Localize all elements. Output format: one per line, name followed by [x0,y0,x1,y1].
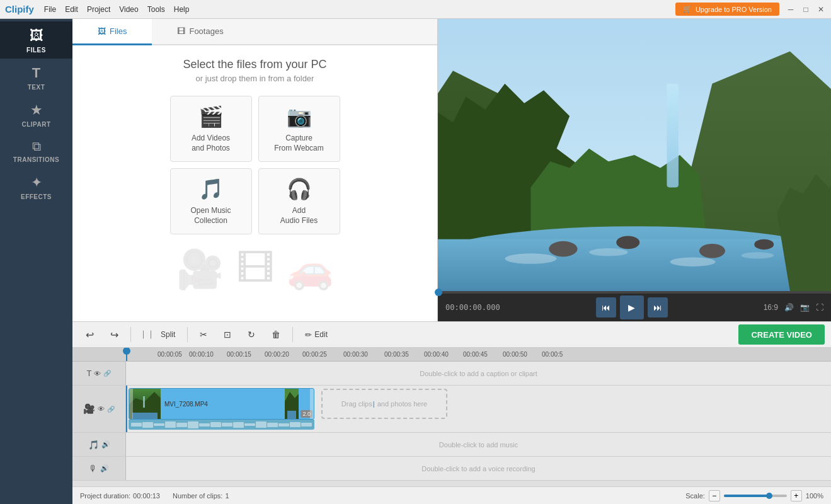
redo-button[interactable]: ↪ [103,326,125,343]
add-videos-button[interactable]: 🎬 Add Videosand Photos [170,96,252,162]
upgrade-button[interactable]: 🛒 Upgrade to PRO Version [675,3,779,16]
add-audio-button[interactable]: 🎧 AddAudio Files [258,168,340,234]
link-icon[interactable]: 🔗 [103,370,111,377]
screenshot-icon[interactable]: 📷 [800,303,810,312]
tab-files[interactable]: 🖼 Files [72,19,152,45]
video-info-right: 16:9 🔊 📷 ⛶ [764,303,823,312]
video-display [438,19,831,291]
create-video-button[interactable]: CREATE VIDEO [738,324,825,345]
menu-tools[interactable]: Tools [147,5,165,14]
video-clip[interactable]: MVI_7208.MP4 2.0 [129,388,314,420]
video-progress-handle[interactable] [435,289,442,296]
ruler-tick-2: 00:00:10 [189,351,214,358]
rotate-button[interactable]: ↻ [241,326,262,343]
menu-edit[interactable]: Edit [65,5,78,14]
create-video-label: CREATE VIDEO [751,330,812,340]
scale-plus-button[interactable]: + [791,490,802,501]
minimize-button[interactable]: ─ [786,4,796,14]
sidebar-item-effects[interactable]: ✦ EFFECTS [0,168,72,205]
undo-button[interactable]: ↩ [79,326,101,343]
crop-button[interactable]: ⊡ [217,326,238,343]
files-tab-label: Files [110,26,127,36]
scale-control: Scale: − + 100% [685,490,823,501]
timeline: 00:00:05 00:00:10 00:00:15 00:00:20 00:0… [72,348,831,486]
scene-svg [438,19,831,291]
music-hint: Double-click to add music [439,441,518,449]
svg-point-9 [589,248,628,256]
file-buttons-grid: 🎬 Add Videosand Photos 📷 CaptureFrom Web… [170,96,340,234]
sidebar-item-transitions[interactable]: ⧉ TRANSITIONS [0,133,72,168]
play-button[interactable]: ▶ [620,295,644,319]
edit-button[interactable]: ✏ Edit [298,326,335,343]
svg-point-13 [616,236,639,249]
prev-icon: ⏮ [602,302,610,312]
open-music-button[interactable]: 🎵 Open MusicCollection [170,168,252,234]
capture-webcam-icon: 📷 [287,105,312,129]
video-progress-bar[interactable] [438,291,831,294]
fullscreen-icon[interactable]: ⛶ [816,303,823,312]
volume-icon[interactable]: 🔊 [784,303,794,312]
menu-project[interactable]: Project [87,5,110,14]
svg-rect-23 [287,411,296,419]
scale-slider-thumb[interactable] [766,493,772,499]
caption-track-area[interactable]: Double-click to add a caption or clipart [126,362,831,385]
clip-thumbnail [129,389,161,419]
menu-help[interactable]: Help [174,5,190,14]
music-volume-icon[interactable]: 🔊 [101,440,110,449]
menu-file[interactable]: File [44,5,56,14]
cut-icon: ✂ [200,329,207,340]
video-eye-icon[interactable]: 👁 [98,405,105,413]
voice-track-area[interactable]: Double-click to add a voice recording [126,457,831,480]
capture-webcam-button[interactable]: 📷 CaptureFrom Webcam [258,96,340,162]
scale-slider[interactable] [724,495,787,497]
clip-thumb-end [285,389,299,419]
svg-point-14 [699,244,725,258]
sidebar-item-files[interactable]: 🖼 FILES [0,21,72,59]
music-track-area[interactable]: Double-click to add music [126,433,831,456]
close-button[interactable]: ✕ [816,4,826,14]
maximize-button[interactable]: □ [801,4,811,14]
text-track-icon: T [87,369,92,378]
clip-handle-left[interactable] [129,389,133,419]
video-controls-bar: 00:00:00.000 ⏮ ▶ ⏭ 16:9 [438,294,831,321]
video-scene [438,19,831,291]
svg-point-12 [549,241,577,257]
add-audio-icon: 🎧 [287,177,312,201]
menu-video[interactable]: Video [119,5,138,14]
video-link-icon[interactable]: 🔗 [107,406,115,413]
ruler-tick-5: 00:00:25 [302,351,327,358]
ruler-tick-4: 00:00:20 [265,351,289,358]
clip-handle-right[interactable] [310,389,314,419]
cut-button[interactable]: ✂ [193,326,214,343]
redo-icon: ↪ [110,329,118,341]
placeholder-car-icon: 🚗 [287,247,334,292]
scale-slider-fill [724,495,768,497]
titlebar: Clipify File Edit Project Video Tools He… [0,0,831,19]
drag-hint-text: Drag clips [341,400,372,408]
crop-icon: ⊡ [224,329,231,340]
files-panel: 🖼 Files 🎞 Footages Select the files from… [72,19,438,321]
sidebar-item-text[interactable]: T TEXT [0,59,72,96]
drag-drop-zone[interactable]: Drag clips | and photos here [321,389,447,419]
delete-button[interactable]: 🗑 [265,326,287,343]
eye-icon[interactable]: 👁 [94,370,101,377]
scale-minus-button[interactable]: − [709,490,720,501]
mic-icon: 🎙 [89,464,98,474]
placeholder-camera-icon: 🎥 [176,247,224,292]
next-frame-button[interactable]: ⏭ [648,297,668,318]
svg-point-10 [670,258,716,266]
scale-percentage: 100% [806,492,823,500]
svg-rect-5 [667,84,679,188]
split-button[interactable]: ⎸⎸ Split [136,326,182,343]
prev-frame-button[interactable]: ⏮ [596,297,616,318]
playhead-marker [126,348,127,361]
caption-track-row: T 👁 🔗 Double-click to add a caption or c… [72,362,831,386]
open-music-icon: 🎵 [198,177,224,201]
tab-footages[interactable]: 🎞 Footages [152,19,248,45]
clips-label: Number of clips: [173,492,222,500]
capture-webcam-label: CaptureFrom Webcam [274,134,323,153]
files-placeholder-art: 🎥 🎞 🚗 [176,247,334,292]
sidebar-item-clipart[interactable]: ★ CLIPART [0,96,72,133]
add-videos-label: Add Videosand Photos [192,134,230,153]
voice-volume-icon[interactable]: 🔊 [100,464,109,472]
